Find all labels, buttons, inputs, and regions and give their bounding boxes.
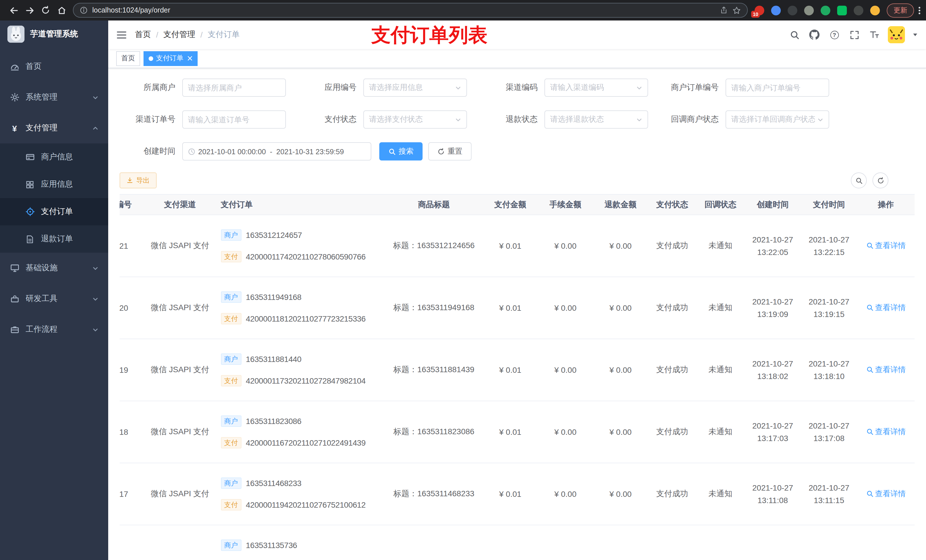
extension-puzzle[interactable]: [854, 5, 863, 15]
sidebar-item-label: 支付订单: [41, 207, 73, 217]
reload-icon[interactable]: [38, 2, 53, 18]
extension-colorful[interactable]: 10: [755, 5, 764, 15]
tab-home[interactable]: 首页: [116, 51, 140, 66]
refund-status-select[interactable]: 请选择退款状态: [545, 110, 648, 128]
home-icon[interactable]: [53, 2, 70, 18]
reset-button[interactable]: 重置: [428, 142, 472, 160]
refund-cell: ¥ 0.00: [593, 215, 648, 277]
notify-cell: 未通知: [696, 463, 744, 525]
created-cell: 2021-10-2713:17:03: [744, 401, 801, 463]
extension-emoji-face[interactable]: [870, 5, 880, 15]
orders-table-wrapper: 编号 支付渠道 支付订单 商品标题 支付金额 手续金额 退款金额 支付状态 回调…: [120, 194, 915, 560]
chevron-down-icon: [817, 116, 823, 123]
created-cell: 2021-10-2713:18:02: [744, 339, 801, 401]
sidebar-item-label: 支付管理: [26, 123, 57, 133]
fee-cell: ¥ 0.00: [538, 463, 593, 525]
sidebar-item-app-info[interactable]: 应用信息: [0, 171, 108, 198]
col-refund: 退款金额: [593, 194, 648, 215]
view-detail-link[interactable]: 查看详情: [866, 241, 906, 251]
view-detail-link[interactable]: 查看详情: [866, 427, 906, 437]
update-button[interactable]: 更新: [887, 3, 914, 17]
channel-cell: 微信 JSAPI 支付: [143, 277, 217, 339]
channel-cell: 微信 JSAPI 支付: [143, 463, 217, 525]
breadcrumb-pay-manage[interactable]: 支付管理: [163, 30, 195, 40]
refund-cell: ¥ 0.00: [593, 463, 648, 525]
channel-order-no-input[interactable]: [182, 110, 286, 128]
breadcrumb-separator: /: [200, 30, 203, 39]
search-icon[interactable]: [788, 29, 801, 41]
sidebar: 芋道管理系统 首页 系统管理 支付管理: [0, 21, 108, 560]
filter-label: 回调商户状态: [663, 115, 726, 125]
create-time-range-input[interactable]: 2021-10-01 00:00:00 - 2021-10-31 23:59:5…: [182, 142, 371, 160]
notify-status-select[interactable]: 请选择订单回调商户状态: [726, 110, 829, 128]
orders-table: 编号 支付渠道 支付订单 商品标题 支付金额 手续金额 退款金额 支付状态 回调…: [120, 194, 915, 560]
merchant-input[interactable]: [182, 78, 286, 97]
extension-gray[interactable]: [804, 5, 814, 15]
fullscreen-icon[interactable]: [848, 29, 861, 41]
forward-icon[interactable]: [22, 2, 38, 18]
pay-tag: 支付: [221, 251, 241, 263]
search-button[interactable]: 搜索: [379, 142, 422, 160]
app-select[interactable]: 请选择应用信息: [363, 78, 467, 97]
sidebar-item-dev-tools[interactable]: 研发工具: [0, 284, 108, 314]
sidebar-item-payment[interactable]: 支付管理: [0, 113, 108, 143]
help-icon[interactable]: [828, 29, 841, 41]
bookmark-star-icon[interactable]: [732, 6, 741, 15]
github-icon[interactable]: [808, 29, 821, 41]
tab-pay-order[interactable]: 支付订单: [144, 51, 198, 66]
avatar-caret-down-icon[interactable]: [912, 32, 918, 38]
table-row: 17 微信 JSAPI 支付 商户 1635311468233 支付 42000…: [120, 463, 915, 525]
breadcrumb-separator: /: [156, 30, 158, 39]
reset-button-label: 重置: [448, 146, 462, 157]
share-icon[interactable]: [720, 6, 728, 14]
sidebar-item-merchant-info[interactable]: 商户信息: [0, 143, 108, 171]
toggle-search-button[interactable]: [851, 172, 867, 189]
user-avatar[interactable]: [888, 26, 905, 43]
chevron-down-icon: [92, 296, 98, 302]
toolbar-right: [851, 172, 888, 189]
notify-cell: 未通知: [696, 277, 744, 339]
breadcrumb-home[interactable]: 首页: [135, 30, 151, 40]
view-detail-link[interactable]: 查看详情: [866, 489, 906, 499]
sidebar-item-pay-order[interactable]: 支付订单: [0, 198, 108, 225]
extension-blue-pin[interactable]: [771, 5, 781, 15]
filter-label: 应用编号: [301, 83, 363, 93]
sidebar-item-refund-order[interactable]: 退款订单: [0, 225, 108, 253]
sidebar-toggle-icon[interactable]: [116, 29, 127, 40]
channel-cell: 微信 JSAPI 支付: [143, 215, 217, 277]
font-size-icon[interactable]: [868, 29, 881, 41]
sidebar-item-workflow[interactable]: 工作流程: [0, 314, 108, 345]
action-cell: 查看详情: [857, 339, 915, 401]
select-placeholder: 请选择支付状态: [369, 115, 453, 125]
channel-code-select[interactable]: 请输入渠道编码: [545, 78, 648, 97]
filter-row-2: 渠道订单号 支付状态 请选择支付状态 退款状态 请选择退款状态 回调商户状态: [120, 110, 915, 128]
view-detail-link[interactable]: 查看详情: [866, 303, 906, 313]
fee-cell: ¥ 0.00: [538, 277, 593, 339]
sidebar-item-infra[interactable]: 基础设施: [0, 253, 108, 284]
pay-status-select[interactable]: 请选择支付状态: [363, 110, 467, 128]
merchant-order-no: 1635311881440: [246, 355, 301, 364]
sidebar-item-system[interactable]: 系统管理: [0, 82, 108, 113]
extension-green-check[interactable]: [821, 5, 830, 15]
back-icon[interactable]: [6, 2, 22, 18]
address-bar[interactable]: localhost:1024/pay/order: [73, 3, 748, 18]
browser-menu-icon[interactable]: [918, 6, 920, 14]
paid-cell: 2021-10-2713:17:08: [801, 401, 857, 463]
extension-green-chat[interactable]: [837, 5, 847, 15]
action-cell: 查看详情: [857, 215, 915, 277]
merchant-order-no-input[interactable]: [726, 78, 829, 97]
main-content: 所属商户 应用编号 请选择应用信息 渠道编码 请输入渠道编码 商户订单编号: [108, 68, 926, 560]
extension-dark[interactable]: [788, 5, 797, 15]
close-icon[interactable]: [188, 56, 192, 61]
sidebar-item-home[interactable]: 首页: [0, 51, 108, 82]
filter-label: 所属商户: [120, 83, 182, 93]
refresh-button[interactable]: [873, 172, 888, 189]
export-button[interactable]: 导出: [120, 172, 157, 189]
order-id-cell: 17: [120, 463, 143, 525]
site-info-icon[interactable]: [80, 6, 88, 14]
view-detail-link[interactable]: 查看详情: [866, 365, 906, 375]
pay-tag: 支付: [221, 313, 241, 325]
tags-view: 首页 支付订单: [108, 49, 926, 68]
chevron-down-icon: [455, 116, 461, 123]
pay-order-no: 4200001181202110277723215336: [246, 314, 366, 323]
